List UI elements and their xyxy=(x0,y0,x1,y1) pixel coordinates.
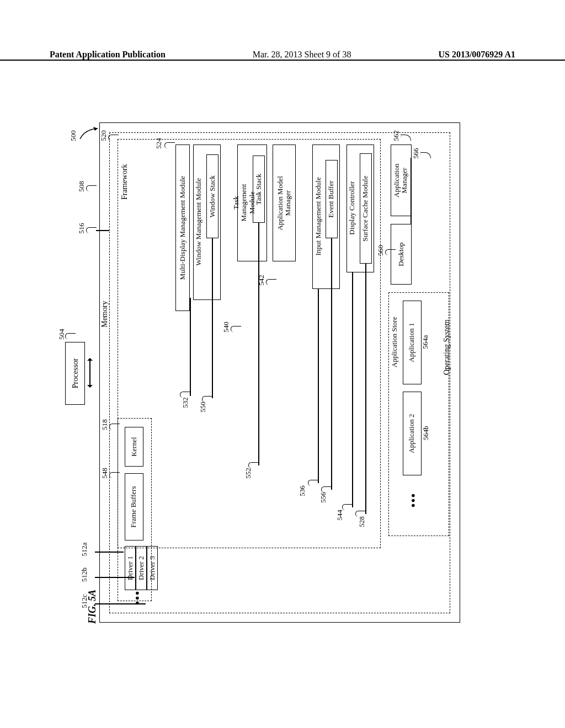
ref-560: 560 xyxy=(376,245,385,256)
wmm-label: Window Management Module xyxy=(195,178,203,265)
ref-512c: 512c xyxy=(80,594,89,608)
driver3-label: Driver 3 xyxy=(148,556,156,580)
processor-label: Processor xyxy=(71,358,79,388)
ref-542: 542 xyxy=(257,275,266,286)
ref-556: 556 xyxy=(319,492,328,503)
leader-line xyxy=(95,603,146,604)
event-buffer-label: Event Buffer xyxy=(328,180,335,217)
imm-label: Input Management Module xyxy=(315,177,322,255)
leader-line xyxy=(95,577,135,578)
page: Patent Application Publication Mar. 28, … xyxy=(0,0,565,728)
frame-buffers-label: Frame Buffers xyxy=(130,486,138,527)
task-stack-box: Task Stack xyxy=(253,156,265,223)
hook-icon xyxy=(202,396,212,402)
leader-line xyxy=(258,223,259,465)
ref-500: 500 xyxy=(69,130,78,141)
header-left: Patent Application Publication xyxy=(50,50,166,60)
header-center: Mar. 28, 2013 Sheet 9 of 38 xyxy=(253,50,351,60)
ref-518: 518 xyxy=(100,419,109,430)
ref-552: 552 xyxy=(244,468,253,479)
ref-508: 508 xyxy=(77,181,86,192)
window-stack-label: Window Stack xyxy=(209,175,216,217)
ref-550: 550 xyxy=(199,402,207,413)
hook-icon xyxy=(109,424,120,430)
app1-label: Application 1 xyxy=(408,323,416,362)
figure-5a: FIG. 5A 500 Processor 504 Memory 508 Ope… xyxy=(93,83,468,634)
app-manager-label: Application Manager xyxy=(393,163,409,197)
hook-icon xyxy=(109,472,120,478)
processor-box: Processor xyxy=(65,342,85,405)
hook-icon xyxy=(164,142,175,148)
app1-box: Application 1 xyxy=(403,301,422,384)
amm-label: Application Model Manager xyxy=(276,176,292,231)
header-right: US 2013/0076929 A1 xyxy=(438,50,515,60)
leader-line xyxy=(318,289,319,483)
kernel-label: Kernel xyxy=(130,437,138,456)
ref-512a: 512a xyxy=(80,542,89,556)
ref-532: 532 xyxy=(181,397,190,408)
hook-icon xyxy=(342,504,353,510)
ellipsis-icon: ••• xyxy=(131,590,144,605)
ref-524: 524 xyxy=(154,138,163,149)
hook-icon xyxy=(86,227,97,233)
hook-icon xyxy=(86,185,97,191)
ref-540: 540 xyxy=(222,322,231,333)
leader-line xyxy=(365,264,366,514)
hook-icon xyxy=(266,279,276,285)
ref-544: 544 xyxy=(335,510,344,521)
frame-buffers-box: Frame Buffers xyxy=(125,473,143,540)
double-arrow-icon xyxy=(89,360,90,386)
hook-icon xyxy=(108,135,119,141)
driver2-label: Driver 2 xyxy=(137,556,145,580)
ref-536: 536 xyxy=(298,485,307,496)
scm-label: Surface Cache Module xyxy=(362,175,370,241)
desktop-label: Desktop xyxy=(397,242,405,266)
leader-line xyxy=(352,272,353,507)
driver1-box: Driver 1 xyxy=(125,546,136,590)
hook-icon xyxy=(65,333,76,339)
app2-box: Application 2 xyxy=(403,392,422,475)
app-manager-box: Application Manager xyxy=(391,144,412,216)
leader-line xyxy=(331,238,332,490)
leader-line xyxy=(96,230,109,231)
leader-line xyxy=(411,158,412,224)
event-buffer-box: Event Buffer xyxy=(326,160,338,238)
hook-icon xyxy=(385,249,396,255)
mdmm-label: Multi-Display Management Module xyxy=(179,176,186,280)
application-store-label: Application Store xyxy=(391,317,398,367)
hook-icon xyxy=(321,486,332,493)
kernel-box: Kernel xyxy=(125,427,143,467)
memory-label: Memory xyxy=(100,301,109,328)
hook-icon xyxy=(355,511,366,517)
driver2-box: Driver 2 xyxy=(136,546,147,590)
leader-line xyxy=(95,552,124,553)
scm-box: Surface Cache Module xyxy=(360,153,372,264)
ref-520: 520 xyxy=(99,130,108,141)
page-header: Patent Application Publication Mar. 28, … xyxy=(0,46,565,61)
ref-566: 566 xyxy=(412,148,420,159)
dc-label: Display Controller xyxy=(349,181,356,234)
figure-label: FIG. 5A xyxy=(87,590,98,624)
ellipsis-icon: ••• xyxy=(407,493,420,507)
ref-562: 562 xyxy=(392,130,401,141)
hook-icon xyxy=(248,462,259,468)
window-stack-box: Window Stack xyxy=(206,154,218,238)
leader-line xyxy=(190,298,191,396)
ref-512b: 512b xyxy=(80,568,89,582)
ref-516: 516 xyxy=(77,223,86,234)
app2-label: Application 2 xyxy=(408,414,416,453)
hook-icon xyxy=(308,480,318,486)
amm-box: Application Model Manager xyxy=(273,144,296,261)
driver3-box: Driver 3 xyxy=(147,546,158,590)
ref-504: 504 xyxy=(57,329,66,340)
ref-564a: 564a xyxy=(422,335,430,349)
leader-line xyxy=(212,238,213,398)
ref-564b: 564b xyxy=(422,426,430,440)
task-stack-label: Task Stack xyxy=(255,174,263,205)
hook-icon xyxy=(231,326,241,332)
hook-icon xyxy=(180,392,190,398)
framework-label: Framework xyxy=(120,164,128,200)
arrow-icon xyxy=(79,127,101,141)
ref-548: 548 xyxy=(100,468,109,479)
ref-528: 528 xyxy=(358,516,366,527)
